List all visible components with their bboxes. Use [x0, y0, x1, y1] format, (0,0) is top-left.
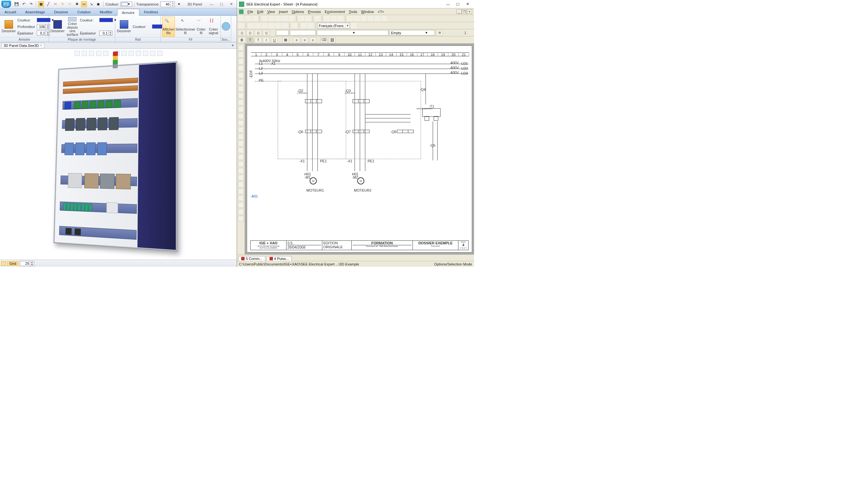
- document-tab[interactable]: 3D Panel Data.See3D ×: [1, 43, 44, 48]
- tb-save-icon[interactable]: [252, 15, 258, 22]
- close-button[interactable]: ✕: [463, 1, 472, 7]
- qat-pencil-icon[interactable]: ✎: [60, 1, 65, 7]
- profondeur-input[interactable]: [37, 24, 45, 29]
- vt-pointer-icon[interactable]: [238, 45, 244, 51]
- vt-poly-icon[interactable]: [238, 79, 244, 85]
- tb-label-icon[interactable]: [291, 23, 297, 29]
- vt-zoom-icon[interactable]: [238, 188, 244, 194]
- vt-text-icon[interactable]: [238, 86, 244, 92]
- clear-button[interactable]: ⌫: [320, 37, 328, 43]
- maximize-button[interactable]: ▢: [453, 1, 462, 7]
- zoom-out-icon[interactable]: [82, 51, 87, 56]
- 3d-viewport[interactable]: [0, 49, 237, 260]
- underline-button[interactable]: U: [271, 37, 278, 43]
- tab-accueil[interactable]: Accueil: [0, 8, 21, 15]
- vt-rotate-icon[interactable]: [238, 161, 244, 167]
- text-button[interactable]: T: [246, 37, 254, 43]
- menu-tools[interactable]: Tools: [349, 10, 357, 14]
- tb-style-icon[interactable]: ≋: [436, 30, 443, 36]
- vt-part-icon[interactable]: [238, 134, 244, 139]
- tb-redo-icon[interactable]: [305, 15, 311, 22]
- afficher-fils-button[interactable]: 🔍 Afficher fils: [162, 17, 175, 37]
- mdi-minimize[interactable]: _: [457, 9, 462, 14]
- qat-move-icon[interactable]: ✥: [74, 1, 80, 7]
- menu-process[interactable]: Process: [308, 10, 321, 14]
- menu-file[interactable]: File: [247, 10, 253, 14]
- plaque-epaisseur-input[interactable]: [100, 31, 108, 35]
- creer-signal-button[interactable]: ┇┇ Créer signal: [208, 17, 219, 37]
- sheet-tab-4[interactable]: 4 Puiss...: [267, 256, 292, 261]
- vt-cable-icon[interactable]: [238, 120, 244, 126]
- text2-button[interactable]: T: [255, 37, 262, 43]
- view-right-icon[interactable]: [136, 51, 141, 56]
- tb-print2-icon[interactable]: ⎙: [246, 30, 254, 36]
- vt-term-icon[interactable]: [238, 113, 244, 119]
- tb-grid-icon[interactable]: [238, 23, 244, 29]
- tb-cut-icon[interactable]: [275, 15, 281, 22]
- align-left-button[interactable]: ≡: [293, 37, 300, 43]
- tb-print1-icon[interactable]: ⎙: [238, 30, 246, 36]
- qat-transparence-input[interactable]: [161, 2, 170, 7]
- tb-snap-icon[interactable]: [255, 23, 260, 29]
- rotate-icon[interactable]: [96, 51, 101, 56]
- grid-input[interactable]: [20, 261, 30, 266]
- fit-icon[interactable]: [103, 51, 108, 56]
- menu-environment[interactable]: Environment: [325, 10, 345, 14]
- menu-options[interactable]: Options: [292, 10, 304, 14]
- tb-open-icon[interactable]: [245, 15, 251, 22]
- app-logo[interactable]: see3DP: [1, 1, 11, 8]
- vt-mirror-icon[interactable]: [238, 154, 244, 160]
- tb-sheet-icon[interactable]: [261, 15, 267, 22]
- tab-dessiner[interactable]: Dessiner: [50, 8, 72, 15]
- grid-icon[interactable]: [1, 261, 6, 266]
- tab-assemblage[interactable]: Assemblage: [21, 8, 50, 15]
- tb-replace-icon[interactable]: [308, 23, 313, 29]
- tb-symbol-icon[interactable]: [324, 15, 330, 22]
- view-back-icon[interactable]: [121, 51, 127, 56]
- vt-circle-icon[interactable]: [238, 65, 244, 71]
- plaque-dessiner-button[interactable]: Dessiner: [50, 17, 65, 37]
- tab-modifier[interactable]: Modifier: [95, 8, 117, 15]
- epaisseur-spinner[interactable]: ▲▼: [37, 31, 50, 36]
- close-tab-icon[interactable]: ×: [40, 43, 42, 47]
- tb-search-icon[interactable]: [301, 23, 307, 29]
- view-top-icon[interactable]: [143, 51, 148, 56]
- tb-paste-icon[interactable]: [289, 15, 294, 22]
- tb-conn-icon[interactable]: [275, 23, 281, 29]
- qat-couleur-combo[interactable]: ▾: [121, 2, 132, 7]
- menu-window[interactable]: Window: [361, 10, 374, 14]
- qat-select-icon[interactable]: ▭: [81, 1, 87, 7]
- tb-nav-icon[interactable]: [361, 15, 367, 22]
- combo-3[interactable]: ▾: [317, 30, 389, 35]
- menu-view[interactable]: View: [267, 10, 275, 14]
- insert-pic-button[interactable]: 🖼: [329, 37, 336, 43]
- mdi-close[interactable]: ×: [467, 9, 472, 14]
- italic-button[interactable]: I: [263, 37, 270, 43]
- qat-transparence-spinner[interactable]: ▲▼: [160, 1, 175, 7]
- tb-new-icon[interactable]: [238, 15, 244, 22]
- combo-2[interactable]: ▾: [290, 30, 316, 35]
- epaisseur-input[interactable]: [37, 31, 45, 35]
- grid-toggle[interactable]: Grid: [7, 261, 19, 266]
- combo-1[interactable]: ▾: [276, 30, 289, 35]
- qat-redo-icon[interactable]: ↷: [28, 1, 34, 7]
- vt-symbol-icon[interactable]: [238, 106, 244, 112]
- menu-help[interactable]: <?>: [378, 10, 384, 14]
- vt-rect-icon[interactable]: [238, 59, 244, 64]
- tb-undo-icon[interactable]: [298, 15, 304, 22]
- armoire-dessiner-button[interactable]: Dessiner: [1, 17, 16, 37]
- close-button[interactable]: ✕: [227, 1, 236, 7]
- tb-dim-icon[interactable]: [261, 23, 267, 29]
- align-right-button[interactable]: ≡: [309, 37, 316, 43]
- layer-combo[interactable]: Empty▾: [390, 30, 435, 35]
- view-bottom-icon[interactable]: [150, 51, 155, 56]
- zoom-in-icon[interactable]: [74, 51, 80, 56]
- sou-button[interactable]: [222, 17, 230, 37]
- qat-more-icon[interactable]: ▾: [176, 1, 182, 7]
- menu-insert[interactable]: Insert: [279, 10, 288, 14]
- menu-edit[interactable]: Edit: [257, 10, 264, 14]
- tb-wire-icon[interactable]: [268, 23, 274, 29]
- tab-fenetres[interactable]: Fenêtres: [140, 8, 162, 15]
- vt-layer-icon[interactable]: [238, 195, 244, 201]
- vt-conn-icon[interactable]: [238, 127, 244, 133]
